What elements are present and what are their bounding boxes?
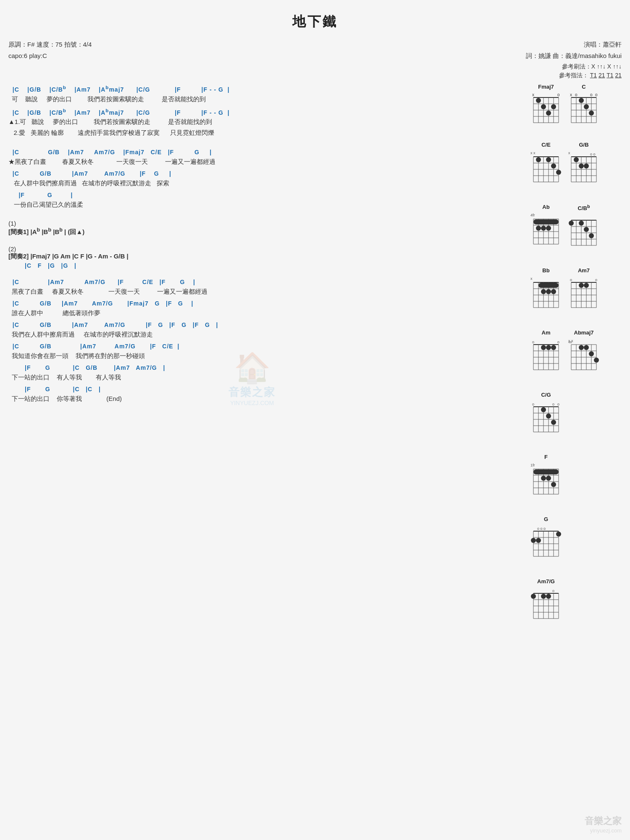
meta-singer: 演唱：蕭亞軒 — [526, 39, 622, 50]
chord-diagram-abmaj7: Abmaj7 x x 4fr — [567, 329, 601, 381]
svg-text:o: o — [532, 340, 534, 344]
svg-point-95 — [579, 221, 584, 226]
svg-point-208 — [536, 538, 541, 543]
interlude-2-label: (2) — [8, 245, 521, 253]
svg-point-65 — [579, 163, 584, 169]
svg-point-207 — [531, 538, 536, 543]
bottom-watermark: 音樂之家 yinyuezj.com — [585, 815, 622, 834]
chord-diagram-cg: C/G o o o — [529, 392, 563, 443]
chord-diagram-f: F 1fr — [529, 454, 563, 505]
svg-point-128 — [584, 283, 589, 288]
svg-text:1fr: 1fr — [530, 463, 535, 467]
svg-point-209 — [556, 532, 561, 537]
svg-text:o: o — [557, 92, 560, 97]
chord-line-10: |F G |C G/B |Am7 Am7/G | — [8, 363, 521, 372]
interlude-2-content: [間奏2] |Fmaj7 |G Am |C F |G - Am - G/B | — [8, 253, 521, 261]
lyric-line-12: 下一站的出口 你等著我 (End) — [8, 394, 521, 404]
svg-text:o: o — [552, 402, 554, 406]
svg-point-94 — [569, 221, 574, 226]
chord-diagram-gb: G/B x o o — [567, 142, 601, 193]
meta-right: 演唱：蕭亞軒 詞：姚謙 曲：義達/masahiko fukui — [526, 39, 622, 61]
svg-text:o: o — [595, 278, 597, 282]
meta-left: 原調：F# 速度：75 拍號：4/4 capo:6 play:C — [8, 39, 92, 61]
svg-text:o: o — [532, 402, 534, 406]
svg-point-193 — [546, 476, 551, 481]
svg-point-66 — [584, 163, 589, 169]
svg-text:o: o — [595, 92, 598, 97]
svg-text:4fr: 4fr — [530, 213, 535, 217]
svg-point-15 — [546, 111, 551, 116]
svg-text:4fr: 4fr — [568, 340, 572, 344]
svg-point-159 — [584, 345, 589, 350]
svg-point-177 — [546, 413, 551, 419]
svg-rect-79 — [533, 219, 559, 224]
svg-point-64 — [574, 157, 579, 162]
chord-line-1: |C |G/B |C/Bb |Am7 |Abmaj7 |C/G |F |F - … — [8, 84, 521, 94]
svg-point-192 — [541, 476, 546, 481]
chord-line-3: |C G/B |Am7 Am7/G |Fmaj7 C/E |F G | — [8, 148, 521, 157]
chord-diagram-ab: Ab 4fr — [529, 204, 563, 256]
svg-point-161 — [594, 358, 599, 363]
svg-point-142 — [541, 345, 546, 350]
svg-point-112 — [546, 289, 551, 294]
lyric-line-6: 一份自己渴望已久的溫柔 — [8, 200, 521, 210]
svg-point-80 — [536, 226, 541, 231]
svg-point-144 — [551, 345, 556, 350]
svg-point-49 — [556, 170, 561, 175]
svg-point-14 — [541, 104, 546, 109]
lyric-line-2: ▲1.可 聽說 夢的出口 我們若按圖索驥的走 是否就能找的到 — [8, 117, 521, 127]
svg-point-82 — [546, 226, 551, 231]
chord-block-6: |C |Am7 Am7/G |F C/E |F G | 黑夜了白晝 春夏又秋冬 … — [8, 278, 521, 297]
svg-point-81 — [541, 226, 546, 231]
svg-text:o: o — [590, 92, 593, 97]
chord-line-2: |C |G/B |C/Bb |Am7 |Abmaj7 |C/G |F |F - … — [8, 107, 521, 117]
lyric-line-7: 黑夜了白晝 春夏又秋冬 一天復一天 一遍又一遍都經過 — [8, 287, 521, 297]
strum-label: 參考刷法：X — [562, 63, 597, 70]
svg-point-13 — [536, 98, 541, 103]
svg-text:o: o — [552, 589, 554, 593]
lyric-line-10: 我知道你會在那一頭 我們將在對的那一秒碰頭 — [8, 351, 521, 361]
svg-point-127 — [579, 283, 584, 288]
chord-diagram-fmaj7: Fmaj7 — [529, 84, 563, 131]
chord-block-1: |C |G/B |C/Bb |Am7 |Abmaj7 |C/G |F |F - … — [8, 84, 521, 104]
svg-point-50 — [536, 157, 541, 162]
lyric-line-9: 我們在人群中擦肩而過 在城市的呼吸裡沉默游走 — [8, 329, 521, 340]
meta-capo: capo:6 play:C — [8, 50, 92, 61]
svg-text:x: x — [570, 92, 572, 97]
chord-line-9: |C G/B |Am7 Am7/G |F C/E | — [8, 342, 521, 351]
svg-point-111 — [541, 289, 546, 294]
chord-block-11: |F G |C |C | 下一站的出口 你等著我 (End) — [8, 385, 521, 404]
svg-text:x x: x x — [530, 151, 536, 155]
chord-block-4: |C G/B |Am7 Am7/G |F G | 在人群中我們擦肩而過 在城市的… — [8, 169, 521, 188]
svg-point-113 — [551, 289, 556, 294]
svg-point-160 — [589, 351, 594, 356]
svg-rect-110 — [538, 283, 559, 288]
svg-point-176 — [541, 407, 546, 412]
chord-diagram-ce: C/E x x — [529, 142, 563, 193]
chords-sidebar: Fmaj7 — [529, 84, 622, 640]
svg-text:o o: o o — [590, 152, 596, 156]
lyric-line-11: 下一站的出口 有人等我 有人等我 — [8, 372, 521, 382]
chord-line-5: |F G | — [8, 191, 521, 200]
finger-label: 參考指法： — [559, 72, 588, 79]
chord-block-7: |C G/B |Am7 Am7/G |Fmaj7 G |F G | 誰在人群中 … — [8, 299, 521, 318]
chord-block-8: |C G/B |Am7 Am7/G |F G |F G |F G | 我們在人群… — [8, 321, 521, 340]
chord-line-11: |F G |C |C | — [8, 385, 521, 394]
chord-diagram-am7g: Am7/G o — [529, 578, 563, 629]
chord-diagram-cbb: C/Bb — [567, 204, 601, 256]
svg-point-16 — [551, 104, 556, 109]
svg-text:o: o — [557, 340, 559, 344]
chord-diagram-c: C x o o — [567, 84, 601, 131]
svg-text:o o o: o o o — [537, 527, 546, 531]
svg-point-97 — [589, 233, 594, 238]
chord-block-3: |C G/B |Am7 Am7/G |Fmaj7 C/E |F G | ★黑夜了… — [8, 148, 521, 167]
interlude-1-content: [間奏1] |Ab |Bb |Bb | (回▲) — [8, 227, 521, 236]
song-title: 地下鐵 — [8, 13, 622, 31]
chord-block-9: |C G/B |Am7 Am7/G |F C/E | 我知道你會在那一頭 我們將… — [8, 342, 521, 361]
chord-diagram-am7: Am7 o o — [567, 267, 601, 319]
chord-block-2: |C |G/B |C/Bb |Am7 |Abmaj7 |C/G |F |F - … — [8, 107, 521, 138]
chord-diagram-g: G o o o — [529, 516, 563, 567]
svg-point-47 — [546, 157, 551, 162]
svg-text:o: o — [557, 402, 559, 406]
svg-point-33 — [584, 104, 589, 109]
